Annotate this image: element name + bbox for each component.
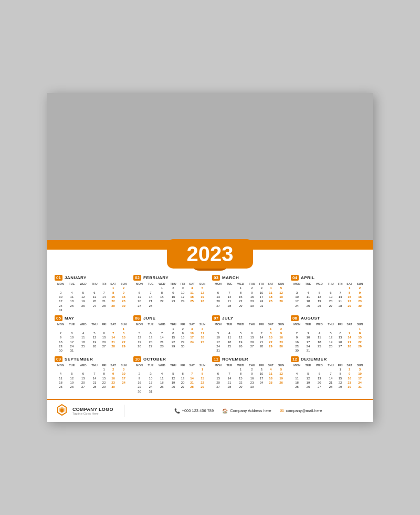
- day-cell: 25: [313, 344, 326, 348]
- day-header: WED: [77, 363, 89, 367]
- day-cell: [187, 389, 197, 394]
- day-cell: 15: [266, 335, 276, 339]
- day-cell: 5: [303, 372, 313, 376]
- day-cell: 19: [168, 380, 178, 385]
- day-cell: 20: [313, 380, 326, 385]
- day-cell: 13: [77, 376, 89, 380]
- day-cell: [133, 326, 145, 331]
- day-cell: 26: [276, 380, 287, 385]
- day-cell: 28: [100, 304, 108, 308]
- day-cell: 12: [276, 372, 287, 376]
- day-cell: 13: [326, 295, 336, 299]
- day-cell: [303, 326, 313, 331]
- day-cell: 11: [187, 291, 197, 295]
- day-cell: 16: [133, 380, 145, 385]
- day-cell: [156, 367, 168, 372]
- day-cell: 1: [100, 367, 108, 372]
- day-cell: 9: [108, 372, 118, 376]
- day-cell: 3: [291, 291, 303, 295]
- month-header: 08AUGUST: [291, 315, 365, 321]
- day-cell: 22: [108, 299, 118, 303]
- day-cell: 8: [266, 331, 276, 335]
- day-cell: 9: [168, 291, 178, 295]
- day-cell: 21: [224, 299, 235, 303]
- day-header: SUN: [118, 322, 129, 326]
- day-cell: 22: [100, 380, 108, 385]
- day-cell: 20: [212, 299, 224, 303]
- day-cell: 29: [235, 385, 247, 389]
- day-cell: 18: [156, 380, 168, 385]
- month-block: 12DECEMBERMONTUEWEDTHUFRISATSUN123456789…: [291, 356, 365, 394]
- day-header: SUN: [197, 363, 208, 367]
- day-cell: 15: [168, 335, 178, 339]
- day-cell: [156, 389, 168, 394]
- day-cell: 29: [197, 385, 208, 389]
- day-header: SUN: [118, 282, 129, 286]
- day-cell: 31: [212, 348, 224, 353]
- day-cell: [67, 286, 77, 290]
- day-cell: [178, 348, 187, 349]
- day-cell: 27: [100, 344, 108, 348]
- day-cell: 6: [336, 331, 344, 335]
- day-cell: 27: [212, 304, 224, 308]
- day-cell: 29: [354, 344, 365, 348]
- day-cell: 31: [67, 348, 77, 353]
- day-cell: 4: [303, 291, 313, 295]
- day-cell: 19: [77, 299, 89, 303]
- day-cell: 2: [118, 286, 129, 290]
- day-cell: 29: [235, 304, 247, 308]
- day-cell: 27: [133, 304, 145, 308]
- day-cell: 2: [291, 331, 303, 335]
- month-name: JULY: [222, 316, 234, 321]
- day-cell: 5: [133, 331, 145, 335]
- day-cell: 24: [257, 380, 266, 385]
- day-header: FRI: [336, 363, 344, 367]
- day-cell: 26: [235, 344, 247, 348]
- day-header: FRI: [100, 282, 108, 286]
- day-cell: 23: [247, 299, 257, 303]
- day-cell: [354, 348, 365, 353]
- day-cell: 19: [197, 295, 208, 299]
- day-cell: [187, 344, 197, 348]
- day-cell: 12: [276, 291, 287, 295]
- day-cell: [118, 348, 129, 353]
- day-cell: [326, 308, 336, 309]
- day-cell: 22: [354, 340, 365, 344]
- day-cell: 21: [100, 299, 108, 303]
- day-cell: 13: [100, 335, 108, 339]
- day-cell: 18: [197, 335, 208, 339]
- day-cell: 16: [247, 295, 257, 299]
- day-header: TUE: [145, 282, 156, 286]
- day-cell: 15: [344, 295, 354, 299]
- day-cell: 5: [235, 331, 247, 335]
- month-num: 11: [212, 356, 220, 362]
- day-cell: 28: [224, 385, 235, 389]
- day-cell: [303, 308, 313, 309]
- day-cell: 29: [344, 304, 354, 308]
- day-cell: [257, 389, 266, 390]
- day-cell: [100, 286, 108, 290]
- day-cell: 4: [77, 331, 89, 335]
- day-cell: 10: [178, 291, 187, 295]
- day-cell: [257, 308, 266, 309]
- day-cell: [145, 286, 156, 290]
- day-cell: 17: [118, 376, 129, 380]
- day-cell: 17: [67, 340, 77, 344]
- day-cell: 30: [133, 389, 145, 394]
- month-name: MARCH: [222, 275, 239, 280]
- day-header: TUE: [67, 363, 77, 367]
- month-block: 10OCTOBERMONTUEWEDTHUFRISATSUN1234567891…: [133, 356, 208, 394]
- day-cell: [257, 348, 266, 353]
- day-cell: [197, 348, 208, 349]
- day-cell: [77, 389, 89, 390]
- day-cell: 7: [257, 331, 266, 335]
- day-cell: 19: [67, 380, 77, 385]
- day-cell: 21: [187, 380, 197, 385]
- day-cell: 7: [224, 291, 235, 295]
- day-cell: 8: [336, 372, 344, 376]
- cal-grid: MONTUEWEDTHUFRISATSUN1234567891011121314…: [55, 322, 129, 353]
- day-cell: 28: [326, 385, 336, 389]
- day-cell: 6: [145, 331, 156, 335]
- day-cell: [303, 389, 313, 390]
- day-cell: 5: [313, 291, 326, 295]
